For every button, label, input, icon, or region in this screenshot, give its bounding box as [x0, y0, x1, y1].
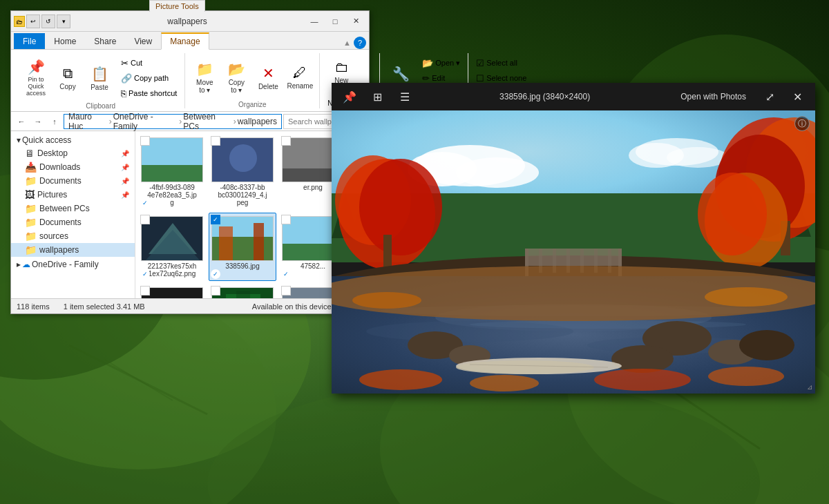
pin-to-quick-access-btn[interactable]: 📌 Pin to Quickaccess: [21, 58, 51, 98]
photos-maximize-btn[interactable]: ⤢: [759, 86, 781, 108]
file-item-1[interactable]: ✓ -4fbf-99d3-0894e7e82ea3_5.jpg: [138, 134, 206, 210]
ribbon-collapse-btn[interactable]: ▲: [343, 39, 351, 47]
cut-label: Cut: [131, 59, 142, 67]
sidebar-item-documents-label: Documents: [39, 176, 82, 186]
copy-path-btn[interactable]: 🔗 Copy path: [117, 71, 180, 86]
photos-details-btn[interactable]: ☰: [394, 86, 416, 108]
file-thumb-5: [211, 216, 274, 261]
sidebar-header-quick-access[interactable]: ▾ Quick access: [11, 134, 135, 146]
file-item-2[interactable]: -408c-8337-bbbc03001249_4.jpeg: [209, 134, 276, 210]
photos-expand-btn[interactable]: ⊞: [366, 86, 388, 108]
cut-btn[interactable]: ✂ Cut: [117, 56, 180, 70]
onedrive-chevron-icon: ▸: [17, 260, 21, 269]
sidebar-item-pictures-label: Pictures: [37, 190, 67, 200]
back-btn[interactable]: ←: [14, 114, 29, 129]
paste-shortcut-label: Paste shortcut: [128, 89, 177, 97]
sidebar-item-documents[interactable]: 📁 Documents 📌: [11, 174, 135, 188]
address-path[interactable]: Mauro Huc › OneDrive - Family › Between …: [64, 114, 282, 129]
file-name-3: er.png: [303, 184, 323, 191]
file-thumb-2: [211, 137, 274, 182]
svg-rect-26: [142, 287, 202, 298]
photos-close-btn[interactable]: ✕: [786, 86, 808, 108]
tab-home[interactable]: Home: [45, 33, 85, 49]
resize-handle[interactable]: ⊿: [807, 383, 812, 391]
up-btn[interactable]: ↑: [47, 114, 62, 129]
tab-manage[interactable]: Manage: [161, 32, 209, 50]
file-name-1: -4fbf-99d3-0894e7e82ea3_5.jpg: [147, 184, 197, 206]
photos-pin-btn[interactable]: 📌: [339, 86, 361, 108]
minimize-btn[interactable]: —: [304, 14, 325, 28]
file-item-5[interactable]: ✓ ✓ 338596.jpg: [209, 213, 276, 281]
file-name-4: 221237kes75xh1ex72uq6z.png: [148, 262, 197, 278]
quick-access-btn[interactable]: ↩: [26, 14, 40, 28]
move-label: Moveto ▾: [196, 79, 213, 94]
check-3: [281, 136, 291, 146]
ribbon-content: 📌 Pin to Quickaccess ⧉ Copy 📋 Paste ✂ Cu…: [11, 50, 369, 112]
check-2: [211, 136, 220, 146]
photos-open-with-btn[interactable]: Open with Photos: [674, 89, 753, 104]
move-to-btn[interactable]: 📁 Moveto ▾: [189, 57, 220, 97]
new-folder-icon: 🗀: [334, 59, 348, 75]
paste-shortcut-btn[interactable]: ⎘ Paste shortcut: [117, 86, 180, 101]
window-controls: — □ ✕: [304, 14, 366, 28]
copy-to-btn[interactable]: 📂 Copyto ▾: [221, 57, 251, 97]
sidebar-header-onedrive[interactable]: ▸ ☁ OneDrive - Family: [11, 258, 135, 271]
sidebar-item-desktop[interactable]: 🖥 Desktop 📌: [11, 146, 135, 160]
photos-title: 338596.jpg (3840×2400): [421, 92, 668, 101]
path-wallpapers[interactable]: wallpapers: [238, 117, 277, 126]
copy-label: Copy: [59, 83, 75, 90]
delete-btn[interactable]: ✕ Delete: [253, 57, 283, 97]
copy-btn[interactable]: ⧉ Copy: [53, 58, 83, 98]
path-between-pcs[interactable]: Between PCs: [183, 112, 231, 131]
svg-point-14: [229, 144, 257, 172]
file-item-4[interactable]: ✓ 221237kes75xh1ex72uq6z.png: [138, 213, 206, 281]
select-all-btn[interactable]: ☑ Select all: [473, 56, 540, 70]
tab-view[interactable]: View: [125, 33, 161, 49]
desktop-pin-icon: 📌: [121, 150, 129, 157]
rename-btn[interactable]: 🖊 Rename: [285, 57, 315, 97]
select-none-icon: ☐: [476, 73, 484, 84]
sidebar-item-sources[interactable]: 📁 sources: [11, 229, 135, 243]
organize-btns: 📁 Moveto ▾ 📂 Copyto ▾ ✕ Delete 🖊 Rename: [189, 53, 315, 99]
file-name-2: -408c-8337-bbbc03001249_4.jpeg: [218, 184, 267, 206]
sidebar-item-pictures[interactable]: 🖼 Pictures 📌: [11, 188, 135, 202]
sidebar-item-wallpapers[interactable]: 📁 wallpapers: [11, 243, 135, 257]
paste-btn[interactable]: 📋 Paste: [84, 58, 115, 98]
address-bar: ← → ↑ Mauro Huc › OneDrive - Family › Be…: [11, 112, 369, 131]
file-item-8[interactable]: ✓ abba3f36-8021-423c-99c8-75...: [209, 284, 276, 298]
cut-icon: ✂: [121, 58, 128, 68]
folder-icon: 🗁: [14, 16, 25, 27]
maximize-btn[interactable]: □: [325, 14, 345, 28]
path-mauro[interactable]: Mauro Huc: [68, 112, 108, 131]
forward-btn[interactable]: →: [30, 114, 46, 129]
tab-share[interactable]: Share: [85, 33, 125, 49]
item-count: 118 items: [17, 302, 50, 311]
customize-btn[interactable]: ▾: [57, 14, 70, 28]
open-btn[interactable]: 📂 Open ▾: [419, 56, 464, 70]
move-icon: 📁: [196, 61, 213, 77]
photos-info-btn[interactable]: ⓘ: [794, 116, 810, 131]
documents-folder-icon: 📁: [25, 175, 37, 186]
autumn-scene-svg: [332, 110, 815, 394]
file-name-6: 47582...: [301, 262, 325, 270]
svg-rect-31: [236, 291, 250, 298]
sources-folder-icon: 📁: [25, 231, 37, 242]
file-item-7[interactable]: aakjroeer.png: [138, 284, 206, 298]
downloads-pin-icon: 📌: [121, 164, 129, 171]
sidebar-item-between-pcs[interactable]: 📁 Between PCs: [11, 202, 135, 215]
quick-access-label: Quick access: [22, 135, 71, 145]
file-thumb-7: [141, 287, 203, 298]
sidebar-item-downloads[interactable]: 📥 Downloads 📌: [11, 160, 135, 174]
help-btn[interactable]: ?: [354, 37, 366, 49]
tab-file[interactable]: File: [14, 33, 45, 49]
svg-rect-11: [142, 137, 202, 165]
path-onedrive[interactable]: OneDrive - Family: [113, 112, 178, 131]
undo-btn[interactable]: ↺: [41, 14, 55, 28]
photos-open-label: Open with Photos: [680, 92, 746, 101]
close-btn[interactable]: ✕: [345, 14, 366, 28]
chevron-icon: ▾: [17, 135, 21, 145]
check-8: [211, 286, 220, 295]
svg-point-88: [352, 292, 421, 309]
sidebar-item-docs-sub[interactable]: 📁 Documents: [11, 215, 135, 229]
open-icon: 📂: [422, 58, 433, 68]
